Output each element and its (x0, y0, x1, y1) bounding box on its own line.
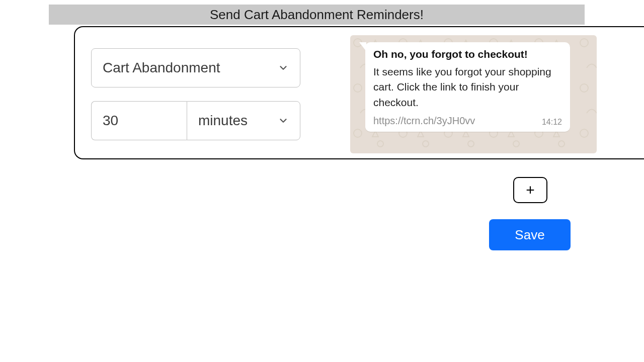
message-title: Oh no, you forgot to checkout! (373, 48, 562, 60)
trigger-select[interactable]: Cart Abandonment (91, 48, 300, 87)
add-reminder-button[interactable]: + (513, 177, 547, 203)
message-footer: https://tcrn.ch/3yJH0vv 14:12 (373, 115, 562, 127)
controls-column: Cart Abandonment minutes (91, 48, 300, 140)
message-link: https://tcrn.ch/3yJH0vv (373, 115, 475, 127)
message-preview: Oh no, you forgot to checkout! It seems … (350, 35, 597, 153)
save-button[interactable]: Save (489, 219, 571, 250)
plus-icon: + (526, 182, 535, 199)
chevron-down-icon (278, 62, 289, 73)
chevron-down-icon (278, 115, 289, 126)
delay-value-input[interactable] (91, 101, 187, 140)
page-title-bar: Send Cart Abandonment Reminders! (49, 5, 585, 25)
message-time: 14:12 (542, 118, 562, 127)
delay-unit-select[interactable]: minutes (187, 101, 300, 140)
delay-row: minutes (91, 101, 300, 140)
chat-bubble: Oh no, you forgot to checkout! It seems … (365, 42, 570, 132)
delay-unit-label: minutes (198, 113, 248, 129)
message-body: It seems like you forgot your shopping c… (373, 64, 562, 110)
reminder-card: Cart Abandonment minutes (74, 26, 644, 159)
page-title: Send Cart Abandonment Reminders! (210, 7, 424, 23)
trigger-select-label: Cart Abandonment (103, 60, 220, 76)
